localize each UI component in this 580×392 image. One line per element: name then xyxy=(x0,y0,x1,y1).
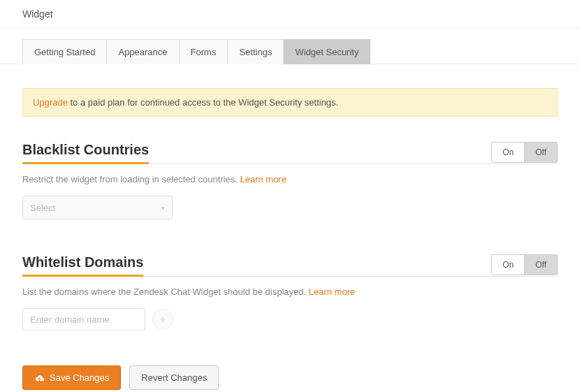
tab-bar: Getting Started Appearance Forms Setting… xyxy=(22,38,558,64)
upgrade-link[interactable]: Upgrade xyxy=(33,97,68,108)
tab-getting-started[interactable]: Getting Started xyxy=(22,39,107,64)
blacklist-desc-text: Restrict the widget from loading in sele… xyxy=(22,174,240,184)
tab-appearance[interactable]: Appearance xyxy=(107,39,179,64)
tab-settings[interactable]: Settings xyxy=(228,39,284,64)
whitelist-desc-text: List the domains where the Zendesk Chat … xyxy=(22,286,309,297)
save-button[interactable]: Save Changes xyxy=(22,365,121,390)
blacklist-title: Blacklist Countries xyxy=(22,142,149,164)
country-select-placeholder: Select xyxy=(30,203,55,213)
chevron-down-icon: ▾ xyxy=(161,204,165,212)
whitelist-toggle[interactable]: On Off xyxy=(491,254,558,275)
whitelist-toggle-on[interactable]: On xyxy=(492,255,524,275)
cloud-upload-icon xyxy=(34,374,45,382)
upgrade-notice: Upgrade to a paid plan for continued acc… xyxy=(22,88,558,117)
whitelist-title: Whitelist Domains xyxy=(22,254,143,277)
upgrade-notice-text: to a paid plan for continued access to t… xyxy=(68,97,338,108)
plus-icon: + xyxy=(159,314,166,325)
blacklist-toggle-on[interactable]: On xyxy=(492,143,524,162)
tabs-container: Getting Started Appearance Forms Setting… xyxy=(0,38,580,64)
page-title: Widget xyxy=(0,0,580,29)
content-area: Upgrade to a paid plan for continued acc… xyxy=(0,64,580,392)
add-domain-button[interactable]: + xyxy=(152,309,173,330)
save-button-label: Save Changes xyxy=(50,372,109,383)
revert-button[interactable]: Revert Changes xyxy=(129,365,219,390)
tab-forms[interactable]: Forms xyxy=(180,39,229,64)
blacklist-description: Restrict the widget from loading in sele… xyxy=(22,174,558,184)
blacklist-learn-more-link[interactable]: Learn more xyxy=(240,174,286,184)
blacklist-toggle[interactable]: On Off xyxy=(491,142,558,163)
whitelist-learn-more-link[interactable]: Learn more xyxy=(309,286,355,297)
footer-buttons: Save Changes Revert Changes xyxy=(22,365,558,390)
blacklist-toggle-off[interactable]: Off xyxy=(524,143,557,162)
whitelist-description: List the domains where the Zendesk Chat … xyxy=(22,286,558,297)
domain-input[interactable] xyxy=(22,308,145,331)
tab-widget-security[interactable]: Widget Security xyxy=(284,39,370,64)
section-blacklist: Blacklist Countries On Off Restrict the … xyxy=(22,142,558,219)
country-select[interactable]: Select ▾ xyxy=(22,196,173,219)
revert-button-label: Revert Changes xyxy=(141,372,207,383)
whitelist-toggle-off[interactable]: Off xyxy=(524,255,557,275)
section-whitelist: Whitelist Domains On Off List the domain… xyxy=(22,254,558,331)
